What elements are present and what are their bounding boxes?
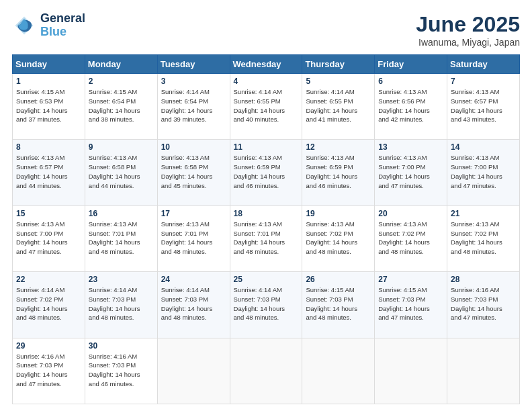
- calendar-cell: 7Sunrise: 4:13 AM Sunset: 6:57 PM Daylig…: [447, 74, 520, 140]
- day-info: Sunrise: 4:13 AM Sunset: 7:01 PM Dayligh…: [89, 220, 154, 257]
- calendar-cell: 2Sunrise: 4:15 AM Sunset: 6:54 PM Daylig…: [85, 74, 157, 140]
- calendar-cell: 29Sunrise: 4:16 AM Sunset: 7:03 PM Dayli…: [13, 338, 85, 404]
- subtitle: Iwanuma, Miyagi, Japan: [416, 37, 520, 48]
- day-number: 16: [89, 209, 154, 218]
- day-number: 19: [306, 209, 371, 218]
- calendar-cell: 24Sunrise: 4:14 AM Sunset: 7:03 PM Dayli…: [157, 272, 230, 338]
- calendar-cell: 10Sunrise: 4:13 AM Sunset: 6:58 PM Dayli…: [157, 140, 230, 205]
- day-info: Sunrise: 4:14 AM Sunset: 7:02 PM Dayligh…: [16, 285, 81, 322]
- day-number: 9: [89, 142, 154, 152]
- day-number: 3: [161, 77, 226, 86]
- day-number: 29: [16, 341, 81, 351]
- calendar-cell: 11Sunrise: 4:13 AM Sunset: 6:59 PM Dayli…: [230, 140, 302, 205]
- calendar-cell: 22Sunrise: 4:14 AM Sunset: 7:02 PM Dayli…: [13, 272, 85, 338]
- calendar-header-row: SundayMondayTuesdayWednesdayThursdayFrid…: [13, 55, 520, 74]
- day-info: Sunrise: 4:14 AM Sunset: 7:03 PM Dayligh…: [89, 285, 154, 322]
- logo: GeneralBlue: [12, 12, 85, 39]
- day-number: 11: [234, 142, 299, 152]
- day-number: 14: [451, 142, 516, 152]
- day-number: 25: [234, 275, 299, 284]
- calendar-cell: 18Sunrise: 4:13 AM Sunset: 7:01 PM Dayli…: [230, 205, 302, 271]
- calendar-cell: 5Sunrise: 4:14 AM Sunset: 6:55 PM Daylig…: [302, 74, 375, 140]
- day-number: 26: [306, 275, 371, 284]
- day-number: 15: [16, 209, 81, 218]
- day-info: Sunrise: 4:13 AM Sunset: 6:59 PM Dayligh…: [234, 153, 299, 190]
- day-number: 22: [16, 275, 81, 284]
- logo-text: GeneralBlue: [40, 12, 85, 39]
- calendar-header-tuesday: Tuesday: [157, 55, 230, 74]
- day-number: 8: [16, 142, 81, 152]
- calendar-cell: 8Sunrise: 4:13 AM Sunset: 6:57 PM Daylig…: [13, 140, 85, 205]
- calendar-cell: 25Sunrise: 4:14 AM Sunset: 7:03 PM Dayli…: [230, 272, 302, 338]
- day-info: Sunrise: 4:13 AM Sunset: 7:01 PM Dayligh…: [234, 220, 299, 257]
- day-info: Sunrise: 4:14 AM Sunset: 7:03 PM Dayligh…: [234, 285, 299, 322]
- day-info: Sunrise: 4:15 AM Sunset: 7:03 PM Dayligh…: [378, 285, 443, 322]
- calendar-table: SundayMondayTuesdayWednesdayThursdayFrid…: [12, 54, 520, 404]
- calendar-cell: [375, 338, 447, 404]
- calendar-cell: 28Sunrise: 4:16 AM Sunset: 7:03 PM Dayli…: [447, 272, 520, 338]
- day-number: 30: [89, 341, 154, 351]
- calendar-cell: [157, 338, 230, 404]
- day-info: Sunrise: 4:15 AM Sunset: 7:03 PM Dayligh…: [306, 285, 371, 322]
- day-info: Sunrise: 4:13 AM Sunset: 6:57 PM Dayligh…: [16, 153, 81, 190]
- day-info: Sunrise: 4:14 AM Sunset: 6:55 PM Dayligh…: [234, 87, 299, 124]
- day-info: Sunrise: 4:13 AM Sunset: 6:56 PM Dayligh…: [378, 87, 443, 124]
- calendar-header-friday: Friday: [375, 55, 447, 74]
- day-info: Sunrise: 4:13 AM Sunset: 7:00 PM Dayligh…: [16, 220, 81, 257]
- calendar-cell: 27Sunrise: 4:15 AM Sunset: 7:03 PM Dayli…: [375, 272, 447, 338]
- calendar-header-thursday: Thursday: [302, 55, 375, 74]
- day-info: Sunrise: 4:16 AM Sunset: 7:03 PM Dayligh…: [451, 285, 516, 322]
- calendar-week-row: 15Sunrise: 4:13 AM Sunset: 7:00 PM Dayli…: [13, 205, 520, 271]
- day-info: Sunrise: 4:14 AM Sunset: 6:54 PM Dayligh…: [161, 87, 226, 124]
- calendar-cell: [447, 338, 520, 404]
- day-info: Sunrise: 4:13 AM Sunset: 7:02 PM Dayligh…: [378, 220, 443, 257]
- calendar-week-row: 1Sunrise: 4:15 AM Sunset: 6:53 PM Daylig…: [13, 74, 520, 140]
- day-info: Sunrise: 4:14 AM Sunset: 6:55 PM Dayligh…: [306, 87, 371, 124]
- calendar-cell: [230, 338, 302, 404]
- calendar-cell: 21Sunrise: 4:13 AM Sunset: 7:02 PM Dayli…: [447, 205, 520, 271]
- day-number: 18: [234, 209, 299, 218]
- day-number: 5: [306, 77, 371, 86]
- day-number: 27: [378, 275, 443, 284]
- calendar-week-row: 29Sunrise: 4:16 AM Sunset: 7:03 PM Dayli…: [13, 338, 520, 404]
- day-number: 12: [306, 142, 371, 152]
- day-info: Sunrise: 4:15 AM Sunset: 6:54 PM Dayligh…: [89, 87, 154, 124]
- calendar-header-sunday: Sunday: [13, 55, 85, 74]
- title-block: June 2025 Iwanuma, Miyagi, Japan: [416, 12, 520, 48]
- day-info: Sunrise: 4:13 AM Sunset: 7:00 PM Dayligh…: [378, 153, 443, 190]
- day-number: 17: [161, 209, 226, 218]
- day-info: Sunrise: 4:13 AM Sunset: 7:02 PM Dayligh…: [451, 220, 516, 257]
- calendar-header-monday: Monday: [85, 55, 157, 74]
- calendar-header-saturday: Saturday: [447, 55, 520, 74]
- day-info: Sunrise: 4:13 AM Sunset: 7:01 PM Dayligh…: [161, 220, 226, 257]
- day-number: 28: [451, 275, 516, 284]
- day-number: 2: [89, 77, 154, 86]
- header: GeneralBlue June 2025 Iwanuma, Miyagi, J…: [12, 12, 520, 48]
- calendar-cell: [302, 338, 375, 404]
- logo-icon: [12, 13, 36, 38]
- calendar-cell: 12Sunrise: 4:13 AM Sunset: 6:59 PM Dayli…: [302, 140, 375, 205]
- calendar-week-row: 8Sunrise: 4:13 AM Sunset: 6:57 PM Daylig…: [13, 140, 520, 205]
- day-info: Sunrise: 4:16 AM Sunset: 7:03 PM Dayligh…: [89, 352, 154, 389]
- page: GeneralBlue June 2025 Iwanuma, Miyagi, J…: [0, 0, 532, 411]
- day-info: Sunrise: 4:13 AM Sunset: 7:02 PM Dayligh…: [306, 220, 371, 257]
- day-info: Sunrise: 4:16 AM Sunset: 7:03 PM Dayligh…: [16, 352, 81, 389]
- day-number: 6: [378, 77, 443, 86]
- day-number: 4: [234, 77, 299, 86]
- calendar-cell: 14Sunrise: 4:13 AM Sunset: 7:00 PM Dayli…: [447, 140, 520, 205]
- day-info: Sunrise: 4:13 AM Sunset: 6:59 PM Dayligh…: [306, 153, 371, 190]
- day-number: 10: [161, 142, 226, 152]
- day-info: Sunrise: 4:13 AM Sunset: 6:57 PM Dayligh…: [451, 87, 516, 124]
- calendar-cell: 3Sunrise: 4:14 AM Sunset: 6:54 PM Daylig…: [157, 74, 230, 140]
- calendar-cell: 23Sunrise: 4:14 AM Sunset: 7:03 PM Dayli…: [85, 272, 157, 338]
- day-number: 24: [161, 275, 226, 284]
- calendar-cell: 30Sunrise: 4:16 AM Sunset: 7:03 PM Dayli…: [85, 338, 157, 404]
- calendar-cell: 6Sunrise: 4:13 AM Sunset: 6:56 PM Daylig…: [375, 74, 447, 140]
- day-number: 23: [89, 275, 154, 284]
- day-number: 7: [451, 77, 516, 86]
- day-info: Sunrise: 4:13 AM Sunset: 6:58 PM Dayligh…: [89, 153, 154, 190]
- day-number: 20: [378, 209, 443, 218]
- calendar-cell: 17Sunrise: 4:13 AM Sunset: 7:01 PM Dayli…: [157, 205, 230, 271]
- day-number: 1: [16, 77, 81, 86]
- day-info: Sunrise: 4:15 AM Sunset: 6:53 PM Dayligh…: [16, 87, 81, 124]
